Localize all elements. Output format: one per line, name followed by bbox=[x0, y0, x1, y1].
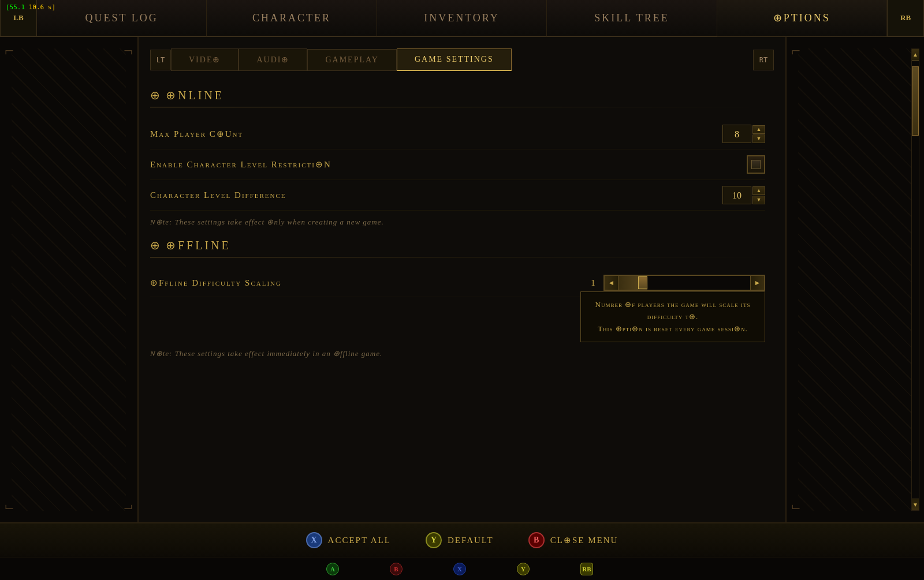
online-section-icon: ⊕ bbox=[150, 88, 160, 102]
online-note: N⊕te: These settings take effect ⊕nly wh… bbox=[150, 218, 765, 227]
offline-difficulty-label: ⊕ffline Difficulty Scaling bbox=[150, 278, 282, 288]
max-player-count-value: 8 bbox=[722, 125, 751, 143]
corner-ornament-bl: ⌐ bbox=[5, 495, 28, 518]
max-player-count-up[interactable]: ▲ bbox=[752, 125, 765, 134]
scrollbar-up[interactable]: ▲ bbox=[912, 49, 919, 61]
slider-thumb bbox=[638, 276, 647, 289]
char-level-restriction-label: Enable Character Level Restricti⊕n bbox=[150, 159, 331, 170]
corner-ornament-br: ⌐ bbox=[110, 495, 133, 518]
hud-fps: [55.1 10.6 s] bbox=[6, 3, 55, 11]
main-layout: ⌐ ⌐ ⌐ ⌐ LT Vide⊕ Audi⊕ Gameplay Game Set… bbox=[0, 37, 924, 522]
tab-video[interactable]: Vide⊕ bbox=[171, 48, 239, 71]
rb-button-small[interactable]: RB bbox=[580, 563, 593, 575]
y-button-icon: Y bbox=[426, 532, 442, 548]
scrollbar[interactable]: ▲ ▼ bbox=[911, 48, 919, 511]
scrollbar-track bbox=[912, 61, 919, 499]
scrollbar-down[interactable]: ▼ bbox=[912, 499, 919, 510]
b-button-icon: B bbox=[528, 532, 545, 548]
online-section-title: ⊕nline bbox=[163, 88, 224, 102]
max-player-count-control[interactable]: 8 ▲ ▼ bbox=[722, 125, 765, 143]
y-button-small[interactable]: Y bbox=[517, 563, 530, 575]
close-menu-action[interactable]: B Cl⊕se Menu bbox=[528, 532, 619, 548]
char-level-diff-row: Character Level Difference 10 ▲ ▼ bbox=[150, 180, 765, 211]
corner-ornament-tr: ⌐ bbox=[110, 42, 133, 65]
slider-left-btn[interactable]: ◄ bbox=[605, 276, 619, 290]
nav-rb-button[interactable]: RB bbox=[887, 0, 924, 36]
default-label: Default bbox=[448, 536, 494, 545]
default-action[interactable]: Y Default bbox=[426, 532, 494, 548]
char-level-diff-up[interactable]: ▲ bbox=[752, 186, 765, 195]
offline-divider bbox=[150, 257, 765, 257]
content-area: LT Vide⊕ Audi⊕ Gameplay Game Settings RT bbox=[139, 37, 785, 522]
char-level-diff-spinners: ▲ ▼ bbox=[752, 186, 765, 204]
left-side-panel: ⌐ ⌐ ⌐ ⌐ bbox=[0, 37, 139, 522]
settings-content[interactable]: ⊕ ⊕nline Max Player C⊕unt 8 ▲ ▼ Enable C… bbox=[150, 83, 774, 522]
tab-audio[interactable]: Audi⊕ bbox=[239, 48, 307, 71]
close-menu-label: Cl⊕se Menu bbox=[550, 535, 619, 545]
slider-right-btn[interactable]: ► bbox=[750, 276, 764, 290]
online-divider bbox=[150, 107, 765, 107]
bottom-ctrl-a: A bbox=[326, 563, 344, 575]
corner-ornament-tl: ⌐ bbox=[5, 42, 28, 65]
slider-fill bbox=[619, 276, 647, 290]
char-level-restriction-checkbox[interactable] bbox=[747, 155, 765, 174]
nav-inventory[interactable]: Inventory bbox=[377, 0, 547, 36]
offline-section-icon: ⊕ bbox=[150, 238, 160, 252]
max-player-count-label: Max Player C⊕unt bbox=[150, 129, 243, 139]
tab-game-settings[interactable]: Game Settings bbox=[397, 48, 512, 71]
char-level-diff-label: Character Level Difference bbox=[150, 190, 286, 200]
offline-section-header: ⊕ ⊕ffline bbox=[150, 238, 765, 252]
char-level-diff-control[interactable]: 10 ▲ ▼ bbox=[722, 186, 765, 204]
right-corner-ornament-bl: ⌐ bbox=[791, 495, 814, 518]
nav-options[interactable]: ⊕ptions bbox=[717, 0, 887, 36]
char-level-diff-down[interactable]: ▼ bbox=[752, 196, 765, 204]
bottom-bar: X Accept All Y Default B Cl⊕se Menu bbox=[0, 522, 924, 557]
checkbox-inner bbox=[751, 160, 761, 169]
a-button-small[interactable]: A bbox=[326, 563, 339, 575]
online-section-header: ⊕ ⊕nline bbox=[150, 88, 765, 102]
nav-skill-tree[interactable]: Skill Tree bbox=[547, 0, 717, 36]
top-navigation: [55.1 10.6 s] LB Quest Log Character Inv… bbox=[0, 0, 924, 37]
bottom-ctrl-b: B bbox=[390, 563, 407, 575]
bottom-ctrl-y: Y bbox=[517, 563, 534, 575]
offline-difficulty-value: 1 bbox=[587, 278, 599, 288]
nav-quest-log[interactable]: Quest Log bbox=[37, 0, 207, 36]
offline-difficulty-slider[interactable]: ◄ ► bbox=[603, 275, 765, 291]
nav-character[interactable]: Character bbox=[207, 0, 377, 36]
b-button-small[interactable]: B bbox=[390, 563, 403, 575]
offline-note: N⊕te: These settings take effect immedia… bbox=[150, 349, 765, 358]
offline-difficulty-control[interactable]: 1 ◄ ► bbox=[587, 275, 765, 291]
tab-gameplay[interactable]: Gameplay bbox=[307, 49, 397, 71]
char-level-restriction-control[interactable] bbox=[747, 155, 765, 174]
bottom-ctrl-rb: RB bbox=[580, 563, 598, 575]
difficulty-tooltip: Number ⊕f players the game will scale it… bbox=[580, 291, 765, 342]
x-button-icon: X bbox=[306, 532, 322, 548]
max-player-count-row: Max Player C⊕unt 8 ▲ ▼ bbox=[150, 119, 765, 149]
max-player-count-spinners: ▲ ▼ bbox=[752, 125, 765, 143]
right-corner-ornament-tl: ⌐ bbox=[791, 42, 814, 65]
x-button-small[interactable]: X bbox=[453, 563, 466, 575]
right-side-panel: ⌐ ⌐ ⌐ ⌐ ▲ ▼ bbox=[785, 37, 924, 522]
accept-all-action[interactable]: X Accept All bbox=[306, 532, 391, 548]
tabs-row: LT Vide⊕ Audi⊕ Gameplay Game Settings RT bbox=[150, 48, 774, 71]
bottom-ctrl-x: X bbox=[453, 563, 471, 575]
very-bottom-strip: A B X Y RB bbox=[0, 557, 924, 580]
offline-section-title: ⊕ffline bbox=[163, 238, 231, 252]
tab-left-button[interactable]: LT bbox=[150, 50, 171, 70]
scrollbar-thumb[interactable] bbox=[912, 66, 919, 136]
char-level-restriction-row: Enable Character Level Restricti⊕n bbox=[150, 149, 765, 180]
tab-right-button[interactable]: RT bbox=[753, 50, 774, 70]
char-level-diff-value: 10 bbox=[722, 186, 751, 204]
accept-all-label: Accept All bbox=[328, 536, 391, 545]
max-player-count-down[interactable]: ▼ bbox=[752, 134, 765, 143]
